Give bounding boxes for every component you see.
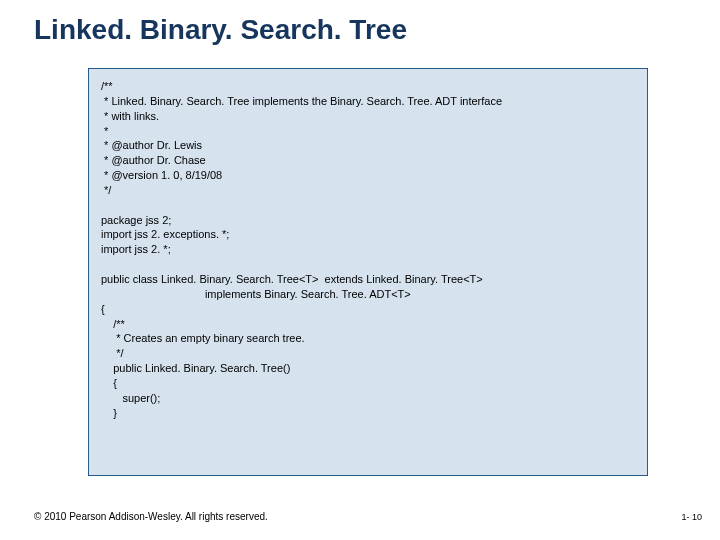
- copyright-footer: © 2010 Pearson Addison-Wesley. All right…: [34, 511, 268, 522]
- page-number: 1- 10: [681, 512, 702, 522]
- slide: Linked. Binary. Search. Tree /** * Linke…: [0, 0, 720, 540]
- code-block: /** * Linked. Binary. Search. Tree imple…: [88, 68, 648, 476]
- page-title: Linked. Binary. Search. Tree: [34, 14, 407, 46]
